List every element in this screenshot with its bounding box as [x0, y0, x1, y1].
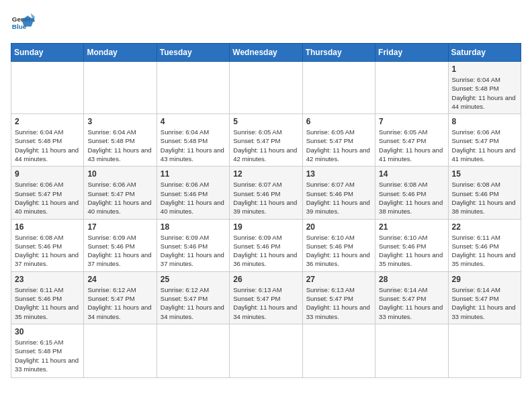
day-info: Sunrise: 6:14 AM Sunset: 5:47 PM Dayligh…: [452, 285, 517, 321]
day-number: 8: [452, 117, 517, 126]
calendar-cell: [375, 62, 448, 114]
day-number: 5: [233, 117, 298, 126]
day-number: 27: [306, 275, 371, 284]
calendar-cell: [302, 324, 375, 377]
day-number: 13: [306, 169, 371, 179]
day-info: Sunrise: 6:11 AM Sunset: 5:46 PM Dayligh…: [15, 285, 80, 321]
calendar-cell: [157, 62, 229, 114]
calendar-cell: 11Sunrise: 6:06 AM Sunset: 5:46 PM Dayli…: [157, 167, 229, 219]
calendar-cell: [230, 324, 302, 377]
day-info: Sunrise: 6:06 AM Sunset: 5:47 PM Dayligh…: [15, 180, 80, 216]
day-info: Sunrise: 6:14 AM Sunset: 5:47 PM Dayligh…: [379, 285, 444, 321]
calendar-cell: 22Sunrise: 6:11 AM Sunset: 5:46 PM Dayli…: [448, 219, 521, 271]
logo: General Blue: [11, 11, 35, 35]
day-number: 7: [379, 117, 444, 126]
day-number: 26: [233, 275, 298, 284]
calendar-cell: 10Sunrise: 6:06 AM Sunset: 5:47 PM Dayli…: [84, 167, 157, 219]
calendar-cell: [448, 324, 521, 377]
day-number: 21: [379, 222, 444, 232]
day-info: Sunrise: 6:15 AM Sunset: 5:48 PM Dayligh…: [15, 338, 80, 373]
day-info: Sunrise: 6:08 AM Sunset: 5:46 PM Dayligh…: [379, 180, 444, 216]
day-number: 1: [452, 64, 517, 74]
day-header-sunday: Sunday: [11, 44, 84, 62]
calendar-cell: [84, 62, 157, 114]
day-number: 3: [87, 117, 152, 126]
day-header-wednesday: Wednesday: [230, 44, 302, 62]
day-number: 6: [306, 117, 371, 126]
day-info: Sunrise: 6:06 AM Sunset: 5:47 PM Dayligh…: [87, 180, 152, 216]
calendar-cell: [11, 62, 84, 114]
logo-icon: General Blue: [11, 11, 35, 35]
day-number: 11: [161, 169, 226, 179]
calendar-cell: 12Sunrise: 6:07 AM Sunset: 5:46 PM Dayli…: [230, 167, 302, 219]
day-number: 4: [161, 117, 226, 126]
week-row-3: 9Sunrise: 6:06 AM Sunset: 5:47 PM Daylig…: [11, 167, 521, 219]
week-row-5: 23Sunrise: 6:11 AM Sunset: 5:46 PM Dayli…: [11, 271, 521, 324]
calendar-cell: 13Sunrise: 6:07 AM Sunset: 5:46 PM Dayli…: [302, 167, 375, 219]
day-info: Sunrise: 6:04 AM Sunset: 5:48 PM Dayligh…: [87, 128, 152, 163]
day-header-row: SundayMondayTuesdayWednesdayThursdayFrid…: [11, 44, 521, 62]
day-number: 17: [87, 222, 152, 232]
day-header-thursday: Thursday: [302, 44, 375, 62]
day-number: 29: [452, 275, 517, 284]
day-number: 24: [87, 275, 152, 284]
day-info: Sunrise: 6:10 AM Sunset: 5:46 PM Dayligh…: [306, 233, 371, 269]
day-header-monday: Monday: [84, 44, 157, 62]
day-info: Sunrise: 6:08 AM Sunset: 5:46 PM Dayligh…: [15, 233, 80, 269]
day-number: 14: [379, 169, 444, 179]
day-number: 12: [233, 169, 298, 179]
day-info: Sunrise: 6:13 AM Sunset: 5:47 PM Dayligh…: [233, 285, 298, 321]
calendar-cell: 9Sunrise: 6:06 AM Sunset: 5:47 PM Daylig…: [11, 167, 84, 219]
day-info: Sunrise: 6:07 AM Sunset: 5:46 PM Dayligh…: [306, 180, 371, 216]
calendar-cell: 3Sunrise: 6:04 AM Sunset: 5:48 PM Daylig…: [84, 114, 157, 167]
calendar-cell: 27Sunrise: 6:13 AM Sunset: 5:47 PM Dayli…: [302, 271, 375, 324]
day-number: 15: [452, 169, 517, 179]
day-info: Sunrise: 6:05 AM Sunset: 5:47 PM Dayligh…: [379, 128, 444, 163]
day-number: 22: [452, 222, 517, 232]
calendar-cell: 23Sunrise: 6:11 AM Sunset: 5:46 PM Dayli…: [11, 271, 84, 324]
day-header-saturday: Saturday: [448, 44, 521, 62]
week-row-6: 30Sunrise: 6:15 AM Sunset: 5:48 PM Dayli…: [11, 324, 521, 377]
day-info: Sunrise: 6:09 AM Sunset: 5:46 PM Dayligh…: [87, 233, 152, 269]
page-header: General Blue: [11, 11, 521, 35]
day-info: Sunrise: 6:10 AM Sunset: 5:46 PM Dayligh…: [379, 233, 444, 269]
calendar-cell: 15Sunrise: 6:08 AM Sunset: 5:46 PM Dayli…: [448, 167, 521, 219]
day-info: Sunrise: 6:12 AM Sunset: 5:47 PM Dayligh…: [161, 285, 226, 321]
calendar-cell: 26Sunrise: 6:13 AM Sunset: 5:47 PM Dayli…: [230, 271, 302, 324]
week-row-1: 1Sunrise: 6:04 AM Sunset: 5:48 PM Daylig…: [11, 62, 521, 114]
day-number: 23: [15, 275, 80, 284]
day-number: 25: [161, 275, 226, 284]
calendar-cell: [84, 324, 157, 377]
day-number: 2: [15, 117, 80, 126]
calendar-cell: 14Sunrise: 6:08 AM Sunset: 5:46 PM Dayli…: [375, 167, 448, 219]
day-header-friday: Friday: [375, 44, 448, 62]
day-info: Sunrise: 6:07 AM Sunset: 5:46 PM Dayligh…: [233, 180, 298, 216]
day-info: Sunrise: 6:09 AM Sunset: 5:46 PM Dayligh…: [233, 233, 298, 269]
day-info: Sunrise: 6:12 AM Sunset: 5:47 PM Dayligh…: [87, 285, 152, 321]
day-info: Sunrise: 6:11 AM Sunset: 5:46 PM Dayligh…: [452, 233, 517, 269]
calendar-cell: 6Sunrise: 6:05 AM Sunset: 5:47 PM Daylig…: [302, 114, 375, 167]
day-header-tuesday: Tuesday: [157, 44, 229, 62]
calendar-cell: 5Sunrise: 6:05 AM Sunset: 5:47 PM Daylig…: [230, 114, 302, 167]
day-number: 9: [15, 169, 80, 179]
day-number: 19: [233, 222, 298, 232]
calendar-cell: 8Sunrise: 6:06 AM Sunset: 5:47 PM Daylig…: [448, 114, 521, 167]
calendar-cell: 16Sunrise: 6:08 AM Sunset: 5:46 PM Dayli…: [11, 219, 84, 271]
calendar-cell: [230, 62, 302, 114]
calendar-cell: 28Sunrise: 6:14 AM Sunset: 5:47 PM Dayli…: [375, 271, 448, 324]
day-info: Sunrise: 6:09 AM Sunset: 5:46 PM Dayligh…: [161, 233, 226, 269]
day-number: 20: [306, 222, 371, 232]
day-number: 16: [15, 222, 80, 232]
day-info: Sunrise: 6:05 AM Sunset: 5:47 PM Dayligh…: [306, 128, 371, 163]
calendar-cell: [302, 62, 375, 114]
calendar-cell: 17Sunrise: 6:09 AM Sunset: 5:46 PM Dayli…: [84, 219, 157, 271]
day-number: 18: [161, 222, 226, 232]
day-info: Sunrise: 6:05 AM Sunset: 5:47 PM Dayligh…: [233, 128, 298, 163]
day-info: Sunrise: 6:04 AM Sunset: 5:48 PM Dayligh…: [15, 128, 80, 163]
week-row-4: 16Sunrise: 6:08 AM Sunset: 5:46 PM Dayli…: [11, 219, 521, 271]
calendar-cell: 24Sunrise: 6:12 AM Sunset: 5:47 PM Dayli…: [84, 271, 157, 324]
calendar-cell: 2Sunrise: 6:04 AM Sunset: 5:48 PM Daylig…: [11, 114, 84, 167]
calendar-cell: 30Sunrise: 6:15 AM Sunset: 5:48 PM Dayli…: [11, 324, 84, 377]
calendar-cell: 25Sunrise: 6:12 AM Sunset: 5:47 PM Dayli…: [157, 271, 229, 324]
calendar-cell: [375, 324, 448, 377]
